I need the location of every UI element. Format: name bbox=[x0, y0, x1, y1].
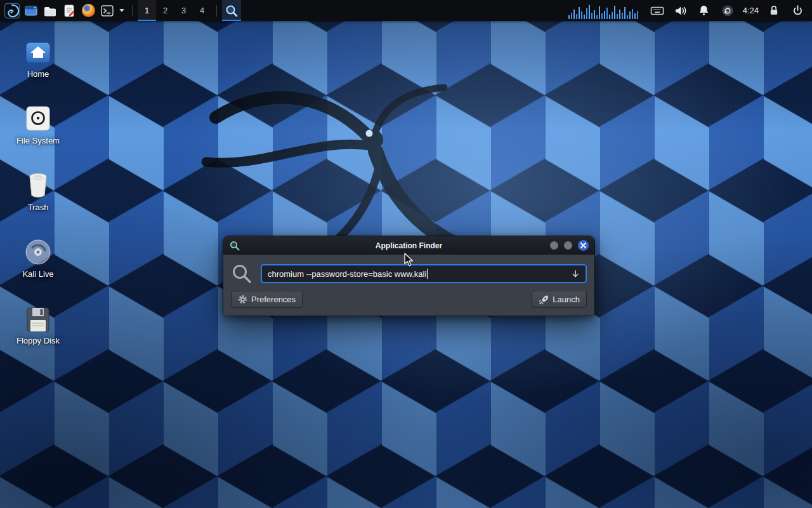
terminal-dropdown-button[interactable] bbox=[117, 0, 127, 21]
titlebar[interactable]: Application Finder bbox=[223, 236, 594, 255]
drive-icon bbox=[24, 105, 52, 133]
lock-indicator[interactable] bbox=[764, 0, 783, 21]
command-text: chromium --password-store=basic www.kali bbox=[268, 269, 426, 279]
floppy-icon bbox=[24, 306, 52, 333]
desktop-icon-label: Kali Live bbox=[22, 269, 53, 279]
command-input[interactable]: chromium --password-store=basic www.kali bbox=[261, 264, 587, 283]
application-finder-window: Application Finder chromium --password-s… bbox=[223, 236, 595, 316]
workspace-button-1[interactable]: 1 bbox=[138, 0, 156, 21]
keyboard-indicator[interactable] bbox=[648, 0, 667, 21]
launcher-file-manager[interactable] bbox=[41, 0, 60, 21]
volume-control[interactable] bbox=[671, 0, 690, 21]
workspace-label: 2 bbox=[163, 6, 167, 15]
arrow-down-icon bbox=[571, 269, 580, 278]
workspace-label: 4 bbox=[200, 6, 204, 15]
workspace-button-2[interactable]: 2 bbox=[156, 0, 174, 21]
audio-visualizer[interactable] bbox=[568, 3, 643, 19]
power-icon bbox=[792, 4, 804, 17]
desktop-icon-label: Floppy Disk bbox=[16, 336, 60, 345]
desktop-icon-trash[interactable]: Trash bbox=[9, 169, 67, 212]
lock-icon bbox=[768, 4, 780, 17]
launch-label: Launch bbox=[553, 295, 580, 304]
desktop-icon-kali-live[interactable]: Kali Live bbox=[9, 236, 67, 279]
window-title-icon bbox=[229, 240, 240, 251]
launcher-text-editor[interactable] bbox=[60, 0, 79, 21]
launcher-terminal[interactable] bbox=[98, 0, 117, 21]
workspace-button-4[interactable]: 4 bbox=[193, 0, 211, 21]
search-icon-large bbox=[231, 263, 252, 284]
desktop-screen: 1 2 3 4 bbox=[0, 0, 812, 508]
refresh-circle-icon bbox=[721, 4, 734, 17]
window-icon bbox=[24, 4, 38, 18]
panel-separator bbox=[132, 5, 133, 17]
document-icon bbox=[62, 4, 76, 18]
launch-rocket-icon bbox=[539, 295, 549, 305]
logout-button[interactable] bbox=[788, 0, 807, 21]
preferences-button[interactable]: Preferences bbox=[231, 291, 303, 308]
desktop-icon-file-system[interactable]: File System bbox=[9, 102, 67, 145]
desktop-icon-home[interactable]: Home bbox=[9, 36, 67, 79]
clock[interactable]: 4:24 bbox=[742, 6, 760, 15]
launch-button[interactable]: Launch bbox=[532, 291, 587, 308]
terminal-icon bbox=[100, 4, 114, 18]
updates-indicator[interactable] bbox=[718, 0, 737, 21]
notifications[interactable] bbox=[695, 0, 714, 21]
firefox-icon bbox=[82, 4, 95, 17]
kali-dragon-art bbox=[171, 51, 565, 381]
kali-menu-button[interactable] bbox=[3, 0, 22, 21]
launcher-firefox[interactable] bbox=[79, 0, 98, 21]
desktop-icon-label: File System bbox=[16, 136, 60, 145]
minimize-button[interactable] bbox=[550, 241, 558, 250]
speaker-icon bbox=[674, 5, 687, 17]
text-caret bbox=[427, 269, 428, 279]
trash-icon bbox=[24, 170, 52, 199]
application-finder-launcher[interactable] bbox=[222, 0, 241, 21]
desktop-icon-label: Trash bbox=[28, 203, 49, 212]
desktop-icon-column: Home File System Trash bbox=[9, 36, 67, 369]
close-button[interactable] bbox=[578, 240, 589, 251]
workspace-button-3[interactable]: 3 bbox=[174, 0, 193, 21]
panel-separator bbox=[216, 5, 217, 17]
maximize-button[interactable] bbox=[564, 241, 572, 250]
history-dropdown-button[interactable] bbox=[571, 269, 580, 278]
folder-icon bbox=[43, 4, 57, 18]
launcher-window-manager[interactable] bbox=[22, 0, 41, 21]
preferences-label: Preferences bbox=[251, 295, 296, 304]
desktop-icon-label: Home bbox=[27, 69, 49, 79]
bell-icon bbox=[698, 4, 710, 17]
desktop-icon-floppy-disk[interactable]: Floppy Disk bbox=[9, 302, 67, 345]
search-icon bbox=[225, 4, 239, 18]
chevron-down-icon bbox=[119, 9, 124, 12]
keyboard-icon bbox=[650, 5, 664, 17]
window-title: Application Finder bbox=[223, 241, 594, 250]
kali-logo-icon bbox=[4, 3, 20, 19]
home-icon bbox=[24, 39, 52, 66]
gear-icon bbox=[238, 295, 247, 304]
workspace-label: 3 bbox=[181, 6, 186, 15]
disc-icon bbox=[24, 238, 52, 266]
close-icon bbox=[580, 243, 586, 248]
top-panel: 1 2 3 4 bbox=[0, 0, 812, 21]
workspace-label: 1 bbox=[145, 6, 149, 15]
